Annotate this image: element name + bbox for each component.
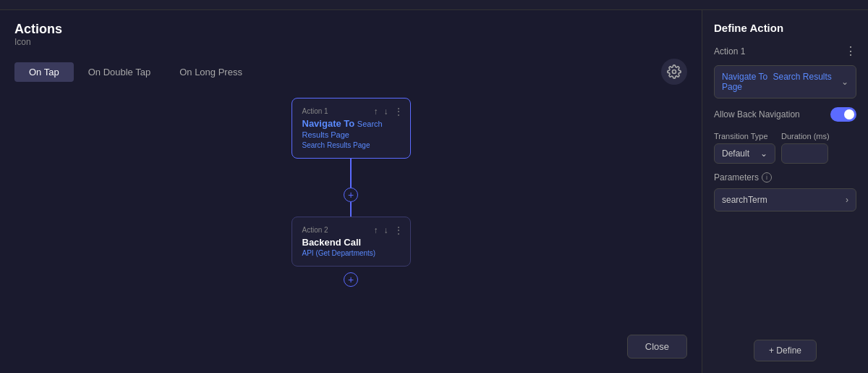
navigate-chevron-icon: ⌄ [841,77,848,87]
transition-value: Default [722,148,749,159]
svg-point-0 [673,70,676,74]
action2-card[interactable]: Action 2 Backend Call API (Get Departmen… [292,217,411,267]
action2-up-btn[interactable]: ↑ [373,225,380,236]
param-item: searchTerm [722,195,767,205]
action1-section: Action 1 Navigate To Search Results Page… [292,98,411,217]
tab-on-tap[interactable]: On Tap [14,62,74,82]
params-label: Parameters [714,172,759,183]
param-arrow-icon: › [846,195,848,205]
action1-down-btn[interactable]: ↓ [383,106,390,117]
param-row[interactable]: searchTerm › [714,188,856,211]
transition-field-group: Transition Type Default ⌄ [714,132,775,164]
navigate-prefix: Navigate To [722,72,767,82]
plus-wrapper-2: + [344,272,358,287]
params-info-icon: i [762,172,772,183]
navigate-text: Navigate To Search Results Page [722,72,841,92]
tab-on-double-tap[interactable]: On Double Tap [74,62,166,82]
tab-on-long-press[interactable]: On Long Press [165,62,257,82]
action1-controls: ↑ ↓ ⋮ [373,106,404,117]
define-action-title: Define Action [714,22,856,34]
canvas-area: Action 1 Navigate To Search Results Page… [0,91,702,373]
action2-more-btn[interactable]: ⋮ [393,225,404,236]
transition-chevron-icon: ⌄ [760,148,767,159]
action1-more-options[interactable]: ⋮ [845,44,856,58]
action2-subtitle: API (Get Departments) [302,249,400,257]
action1-subtitle: Search Results Page [302,141,400,149]
close-button[interactable]: Close [627,335,687,359]
tab-bar: On Tap On Double Tap On Long Press [0,53,702,91]
action1-up-btn[interactable]: ↑ [373,106,380,117]
allow-back-toggle[interactable] [830,107,856,122]
params-label-row: Parameters i [714,172,856,183]
duration-label: Duration (ms) [781,132,830,141]
main-layout: Actions Icon On Tap On Double Tap On Lon… [0,10,868,373]
transition-duration-row: Transition Type Default ⌄ Duration (ms) [714,132,856,164]
left-panel: Actions Icon On Tap On Double Tap On Lon… [0,10,702,373]
transition-label: Transition Type [714,132,775,141]
action1-card[interactable]: Action 1 Navigate To Search Results Page… [292,98,411,159]
gear-icon [667,64,681,79]
define-button[interactable]: + Define [754,340,817,361]
right-panel: Define Action Action 1 ⋮ Navigate To Sea… [702,10,868,373]
add-action-btn-1[interactable]: + [344,188,358,202]
transition-select[interactable]: Default ⌄ [714,143,775,164]
close-button-area: Close [627,335,687,359]
action2-controls: ↑ ↓ ⋮ [373,225,404,236]
duration-field-group: Duration (ms) [781,132,830,164]
allow-back-label: Allow Back Navigation [714,109,800,120]
action2-title: Backend Call [302,237,400,248]
page-title: Actions [14,22,687,37]
action2-down-btn[interactable]: ↓ [383,225,390,236]
action2-section: Action 2 Backend Call API (Get Departmen… [292,217,411,287]
duration-input[interactable] [781,143,828,164]
top-bar [0,0,868,10]
action1-title: Navigate To Search Results Page [302,118,400,140]
page-subtitle: Icon [14,37,687,47]
toggle-row: Allow Back Navigation [714,107,856,122]
action1-more-btn[interactable]: ⋮ [393,106,404,117]
actions-header: Actions Icon [0,10,702,53]
navigate-dropdown[interactable]: Navigate To Search Results Page ⌄ [714,65,856,99]
action1-title-prefix: Navigate To [302,118,355,129]
action1-row: Action 1 ⋮ [714,44,856,58]
connector1 [350,159,352,188]
define-btn-row: + Define [714,340,856,361]
action1-row-label: Action 1 [714,46,745,56]
connector2 [350,202,352,217]
settings-button[interactable] [661,59,687,85]
add-action-btn-2[interactable]: + [344,272,358,287]
